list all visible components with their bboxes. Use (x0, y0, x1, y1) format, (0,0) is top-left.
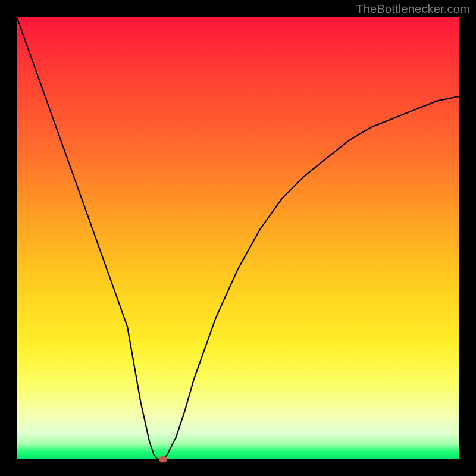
bottleneck-curve (17, 17, 459, 459)
curve-path (17, 17, 459, 459)
minimum-marker (159, 456, 167, 463)
plot-area (17, 17, 459, 459)
chart-frame: TheBottlenecker.com (0, 0, 476, 476)
watermark-text: TheBottlenecker.com (356, 2, 470, 16)
